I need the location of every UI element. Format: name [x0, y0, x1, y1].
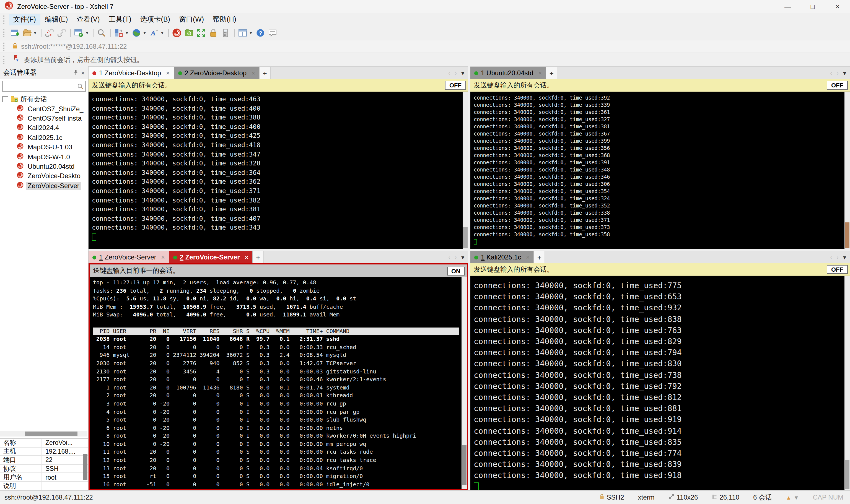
menu-item[interactable]: 工具(T)	[104, 14, 136, 25]
help-icon[interactable]: ?	[254, 27, 266, 39]
session-tab[interactable]: 1 ZeroVoice-Desktop×	[89, 67, 174, 79]
reconnect-icon[interactable]	[56, 27, 68, 39]
menu-item[interactable]: 编辑(E)	[40, 14, 72, 25]
tab-next-icon[interactable]: ›	[837, 70, 839, 76]
tile-windows-icon[interactable]	[236, 27, 249, 39]
search-icon[interactable]	[77, 83, 84, 92]
session-item[interactable]: CentOS7_ShuiZe_	[0, 104, 88, 114]
close-tab-icon[interactable]: ×	[538, 70, 542, 76]
terminal[interactable]: connections: 340000, sockfd:0, time_used…	[471, 276, 850, 490]
sidebar-hscrollbar[interactable]	[0, 431, 87, 436]
terminal-scrollbar[interactable]	[462, 277, 467, 489]
broadcast-toggle-button[interactable]: ON	[447, 266, 465, 275]
close-tab-icon[interactable]: ×	[251, 70, 255, 76]
session-tab[interactable]: 1 Kali2025.1c×	[471, 251, 534, 263]
menu-item[interactable]: 窗口(W)	[175, 14, 208, 25]
tree-root[interactable]: − 所有会话	[0, 94, 88, 104]
session-tab[interactable]: 2 ZeroVoice-Server×	[169, 251, 253, 263]
property-key: 端口	[0, 456, 42, 464]
tab-prev-icon[interactable]: ‹	[830, 254, 832, 260]
tab-next-icon[interactable]: ›	[455, 254, 457, 260]
tab-next-icon[interactable]: ›	[837, 254, 839, 260]
dropdown-arrow-icon[interactable]: ▼	[33, 31, 37, 35]
minimize-button[interactable]: —	[775, 0, 800, 13]
tab-menu-icon[interactable]: ▾	[461, 254, 464, 261]
maximize-button[interactable]: □	[800, 0, 825, 13]
new-tab-button[interactable]: +	[253, 251, 264, 263]
session-properties-icon[interactable]	[73, 27, 85, 39]
dropdown-arrow-icon[interactable]: ▼	[125, 31, 129, 35]
session-url[interactable]: ssh://root:******@192.168.47.111:22	[21, 42, 127, 50]
dropdown-arrow-icon[interactable]: ▼	[85, 31, 89, 35]
font-icon[interactable]: A	[148, 27, 160, 39]
search-input[interactable]	[2, 81, 86, 92]
session-item[interactable]: Kali2025.1c	[0, 133, 88, 142]
new-tab-button[interactable]: +	[260, 67, 271, 79]
new-tab-button[interactable]: +	[546, 67, 557, 79]
tab-menu-icon[interactable]: ▾	[843, 254, 846, 261]
broadcast-toggle-button[interactable]: OFF	[827, 265, 848, 274]
find-icon[interactable]	[96, 27, 108, 39]
web-browser-icon[interactable]	[130, 27, 143, 39]
scroll-thumb[interactable]	[463, 227, 467, 248]
dropdown-arrow-icon[interactable]: ▼	[143, 31, 147, 35]
session-item[interactable]: CentOS7self-insta	[0, 114, 88, 123]
tab-menu-icon[interactable]: ▾	[461, 69, 464, 77]
open-folder-icon[interactable]	[21, 27, 33, 39]
tab-next-icon[interactable]: ›	[455, 70, 457, 76]
arrow-up-icon[interactable]: ▲	[786, 494, 791, 500]
arrange-layout-icon[interactable]	[113, 27, 125, 39]
session-item[interactable]: Kali2024.4	[0, 123, 88, 133]
close-panel-icon[interactable]: ×	[81, 69, 85, 76]
broadcast-toggle-button[interactable]: OFF	[827, 81, 848, 90]
close-tab-icon[interactable]: ×	[161, 254, 165, 260]
session-item[interactable]: MapOS-U-1.03	[0, 142, 88, 152]
new-session-icon[interactable]	[9, 27, 21, 39]
new-tab-button[interactable]: +	[534, 251, 545, 263]
dropdown-arrow-icon[interactable]: ▼	[160, 31, 164, 35]
session-item[interactable]: ZeroVoice-Server	[0, 181, 88, 191]
menu-item[interactable]: 文件(F)	[9, 14, 40, 25]
terminal[interactable]: connections: 340000, sockfd:0, time_used…	[89, 92, 468, 249]
collapse-icon[interactable]: −	[2, 96, 8, 102]
session-tab[interactable]: 1 ZeroVoice-Server×	[89, 251, 169, 263]
tab-prev-icon[interactable]: ‹	[448, 254, 450, 260]
session-item[interactable]: ZeroVoice-Deskto	[0, 171, 88, 181]
virtual-keypad-icon[interactable]	[219, 27, 232, 39]
close-tab-icon[interactable]: ×	[245, 254, 248, 260]
menu-item[interactable]: 帮助(H)	[208, 14, 241, 25]
tab-prev-icon[interactable]: ‹	[830, 70, 832, 76]
xftp-transfer-icon[interactable]	[183, 27, 195, 39]
flag-icon[interactable]	[13, 54, 20, 65]
terminal-scrollbar[interactable]	[845, 92, 850, 249]
terminal[interactable]: top - 11:27:13 up 17 min, 2 users, load …	[90, 277, 467, 489]
tab-prev-icon[interactable]: ‹	[448, 70, 450, 76]
menu-item[interactable]: 选项卡(B)	[136, 14, 175, 25]
dropdown-arrow-icon[interactable]: ▼	[249, 31, 253, 35]
arrow-down-icon[interactable]: ▼	[794, 494, 799, 500]
menu-item[interactable]: 查看(V)	[72, 14, 104, 25]
terminal-scrollbar[interactable]	[463, 92, 468, 249]
terminal-scrollbar[interactable]	[845, 276, 850, 490]
session-item[interactable]: MapOS-W-1.0	[0, 152, 88, 162]
close-tab-icon[interactable]: ×	[526, 254, 530, 260]
close-tab-icon[interactable]: ×	[166, 70, 170, 76]
pin-icon[interactable]	[73, 69, 78, 76]
session-tab[interactable]: 2 ZeroVoice-Desktop×	[174, 67, 260, 79]
scroll-thumb[interactable]	[462, 445, 466, 485]
lock-screen-icon[interactable]	[207, 27, 219, 39]
terminal[interactable]: connections: 340000, sockfd:0, time_used…	[471, 92, 850, 249]
scroll-thumb[interactable]	[845, 222, 849, 248]
tab-menu-icon[interactable]: ▾	[843, 69, 846, 77]
close-button[interactable]: ×	[825, 0, 850, 13]
fullscreen-icon[interactable]	[195, 27, 207, 39]
session-item[interactable]: Ubuntu20.04std	[0, 162, 88, 172]
xshell-session-icon[interactable]	[171, 27, 183, 39]
session-tab[interactable]: 1 Ubuntu20.04std×	[471, 67, 546, 79]
feedback-icon[interactable]	[266, 27, 279, 39]
hscroll-thumb[interactable]	[25, 432, 77, 436]
disconnect-icon[interactable]	[44, 27, 56, 39]
scroll-thumb[interactable]	[845, 460, 849, 489]
broadcast-toggle-button[interactable]: OFF	[445, 81, 466, 90]
properties-scroll-thumb[interactable]	[83, 454, 87, 480]
